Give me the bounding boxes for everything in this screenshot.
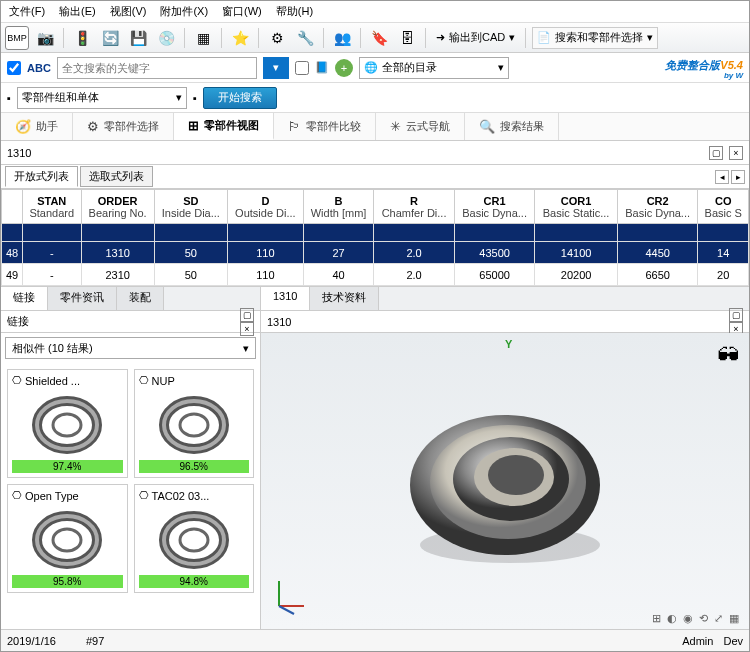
- start-search-button[interactable]: 开始搜索: [203, 87, 277, 109]
- tab-cloud-nav[interactable]: ✳云式导航: [376, 113, 465, 140]
- disk1-icon[interactable]: 💾: [126, 26, 150, 50]
- similar-card[interactable]: ⎔TAC02 03...94.8%: [134, 484, 255, 593]
- menu-view[interactable]: 视图(V): [110, 4, 147, 19]
- menu-window[interactable]: 窗口(W): [222, 4, 262, 19]
- grid-icon[interactable]: ▦: [191, 26, 215, 50]
- book-icon[interactable]: 📘: [315, 61, 329, 74]
- svg-line-20: [279, 606, 294, 614]
- refresh-icon[interactable]: 🔄: [98, 26, 122, 50]
- search-parts-button[interactable]: 📄 搜索和零部件选择 ▾: [532, 27, 658, 49]
- status-admin[interactable]: Admin: [682, 635, 713, 647]
- col-header[interactable]: COR1Basic Static...: [535, 190, 618, 224]
- open-list-tab[interactable]: 开放式列表: [5, 166, 78, 187]
- vt-icon[interactable]: ⟲: [699, 612, 708, 625]
- gear1-icon[interactable]: ⚙: [265, 26, 289, 50]
- 1310-tab[interactable]: 1310: [261, 287, 310, 310]
- info-tab[interactable]: 零件资讯: [48, 287, 117, 310]
- cell: 49: [2, 264, 23, 286]
- col-header[interactable]: BWidth [mm]: [303, 190, 374, 224]
- cell: 4450: [617, 242, 698, 264]
- vt-icon[interactable]: ⊞: [652, 612, 661, 625]
- people-icon[interactable]: 👥: [330, 26, 354, 50]
- bearing-model[interactable]: [395, 390, 615, 572]
- tab-part-view[interactable]: ⊞零部件视图: [174, 113, 274, 140]
- star-icon[interactable]: ⭐: [228, 26, 252, 50]
- similar-card[interactable]: ⎔NUP96.5%: [134, 369, 255, 478]
- assy-tab[interactable]: 装配: [117, 287, 164, 310]
- menu-help[interactable]: 帮助(H): [276, 4, 313, 19]
- pane-close-button[interactable]: ×: [240, 322, 254, 336]
- traffic-icon[interactable]: 🚦: [70, 26, 94, 50]
- close-button[interactable]: ×: [729, 146, 743, 160]
- vp-min-button[interactable]: ▢: [729, 308, 743, 322]
- svg-point-2: [53, 414, 81, 436]
- catalog-select[interactable]: 🌐 全部的目录 ▾: [359, 57, 509, 79]
- cloud-icon: ✳: [390, 119, 401, 134]
- abc-checkbox[interactable]: [7, 61, 21, 75]
- tech-tab[interactable]: 技术资料: [310, 287, 379, 310]
- cell: 110: [227, 242, 303, 264]
- cell: 27: [303, 242, 374, 264]
- bmp-button[interactable]: BMP: [5, 26, 29, 50]
- scroll-left-button[interactable]: ◂: [715, 170, 729, 184]
- fulltext-search-input[interactable]: [57, 57, 257, 79]
- col-header[interactable]: CR2Basic Dyna...: [617, 190, 698, 224]
- 3d-glasses-icon[interactable]: 🕶: [717, 343, 739, 369]
- col-header[interactable]: CR1Basic Dyna...: [454, 190, 535, 224]
- 3d-viewport[interactable]: Y Z 🕶: [261, 333, 749, 629]
- chevron-down-icon: ▾: [243, 342, 249, 355]
- export-cad-label: 输出到CAD: [449, 30, 505, 45]
- tab-assistant[interactable]: 🧭助手: [1, 113, 73, 140]
- similar-card[interactable]: ⎔Shielded ...97.4%: [7, 369, 128, 478]
- scroll-right-button[interactable]: ▸: [731, 170, 745, 184]
- brand-label: 免费整合版V5.4 by W: [665, 55, 743, 80]
- tab-search-results[interactable]: 🔍搜索结果: [465, 113, 559, 140]
- similar-dropdown[interactable]: 相似件 (10 结果)▾: [5, 337, 256, 359]
- similar-card[interactable]: ⎔Open Type95.8%: [7, 484, 128, 593]
- menu-file[interactable]: 文件(F): [9, 4, 45, 19]
- camera-icon[interactable]: 📷: [33, 26, 57, 50]
- cube-icon: ⎔: [139, 489, 149, 502]
- gear2-icon[interactable]: 🔧: [293, 26, 317, 50]
- select-list-tab[interactable]: 选取式列表: [80, 166, 153, 187]
- data-table: STANStandardORDERBearing No.SDInside Dia…: [1, 189, 749, 287]
- col-header[interactable]: RChamfer Di...: [374, 190, 455, 224]
- tab-part-compare[interactable]: 🏳零部件比较: [274, 113, 376, 140]
- col-header[interactable]: ORDERBearing No.: [81, 190, 154, 224]
- col-header[interactable]: COBasic S: [698, 190, 749, 224]
- menu-addon[interactable]: 附加件(X): [160, 4, 208, 19]
- vt-icon[interactable]: ◐: [667, 612, 677, 625]
- chevron-down-icon: ▾: [509, 31, 515, 44]
- axis-triad-icon[interactable]: [269, 576, 309, 621]
- minimize-button[interactable]: ▢: [709, 146, 723, 160]
- disk2-icon[interactable]: 💿: [154, 26, 178, 50]
- vt-icon[interactable]: ⤢: [714, 612, 723, 625]
- cell: 20200: [535, 264, 618, 286]
- table-row[interactable]: 48-131050110272.04350014100445014: [2, 242, 749, 264]
- col-header[interactable]: STANStandard: [23, 190, 82, 224]
- vt-icon[interactable]: ◉: [683, 612, 693, 625]
- menu-output[interactable]: 输出(E): [59, 4, 96, 19]
- col-header[interactable]: DOutside Di...: [227, 190, 303, 224]
- vt-icon[interactable]: ▦: [729, 612, 739, 625]
- col-header[interactable]: SDInside Dia...: [154, 190, 227, 224]
- tag-icon[interactable]: 🔖: [367, 26, 391, 50]
- chevron-down-icon: ▾: [647, 31, 653, 44]
- cell: 14: [698, 242, 749, 264]
- cell: 2310: [81, 264, 154, 286]
- filter-checkbox[interactable]: [295, 61, 309, 75]
- search-row: ABC ▾ 📘 + 🌐 全部的目录 ▾ 免费整合版V5.4 by W: [1, 53, 749, 83]
- search-dropdown-button[interactable]: ▾: [263, 57, 289, 79]
- link-tab[interactable]: 链接: [1, 287, 48, 310]
- add-button[interactable]: +: [335, 59, 353, 77]
- table-row[interactable]: 49-231050110402.06500020200665020: [2, 264, 749, 286]
- col-header[interactable]: [2, 190, 23, 224]
- match-score: 94.8%: [139, 575, 250, 588]
- component-select[interactable]: 零部件组和单体 ▾: [17, 87, 187, 109]
- status-dev[interactable]: Dev: [723, 635, 743, 647]
- list-tabs: 开放式列表 选取式列表 ◂ ▸: [1, 165, 749, 189]
- tab-part-select[interactable]: ⚙零部件选择: [73, 113, 174, 140]
- pane-min-button[interactable]: ▢: [240, 308, 254, 322]
- db-icon[interactable]: 🗄: [395, 26, 419, 50]
- export-cad-button[interactable]: ➜ 输出到CAD ▾: [432, 30, 519, 45]
